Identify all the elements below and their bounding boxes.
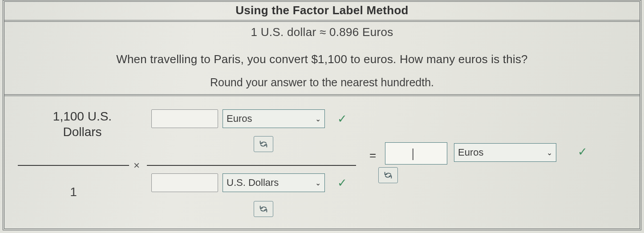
worksheet-frame: Using the Factor Label Method 1 U.S. dol… xyxy=(3,0,641,230)
rounding-instruction: Round your answer to the nearest hundred… xyxy=(4,76,640,89)
multiply-sign: × xyxy=(134,159,140,172)
answer-unit-select[interactable]: Euros ⌄ xyxy=(454,143,556,162)
retry-numerator-button[interactable] xyxy=(254,136,273,152)
conversion-numerator-unit-label: Euros xyxy=(227,113,252,125)
start-fraction-bar xyxy=(18,165,129,166)
start-num-line2: Dollars xyxy=(63,125,101,139)
conversion-numerator-unit-select[interactable]: Euros ⌄ xyxy=(223,109,325,128)
title: Using the Factor Label Method xyxy=(4,2,640,22)
conversion-denominator-row: U.S. Dollars ⌄ ✓ xyxy=(151,173,347,192)
retry-answer-button[interactable] xyxy=(378,167,398,183)
start-denominator: 1 xyxy=(18,185,129,199)
chevron-down-icon: ⌄ xyxy=(315,179,321,187)
conversion-denominator-unit-select[interactable]: U.S. Dollars ⌄ xyxy=(223,173,325,192)
question-text: When travelling to Paris, you convert $1… xyxy=(4,52,640,66)
conversion-numerator-input[interactable] xyxy=(151,109,218,128)
check-icon: ✓ xyxy=(337,176,347,190)
prompt-section: 1 U.S. dollar ≈ 0.896 Euros When travell… xyxy=(4,22,640,96)
work-area: 1,100 U.S. Dollars 1 × Euros ⌄ ✓ U.S. Do… xyxy=(4,96,640,225)
conversion-rate: 1 U.S. dollar ≈ 0.896 Euros xyxy=(4,25,640,39)
conversion-fraction-bar xyxy=(147,165,356,166)
conversion-denominator-unit-label: U.S. Dollars xyxy=(227,177,279,189)
conversion-denominator-input[interactable] xyxy=(151,173,218,192)
check-icon: ✓ xyxy=(337,112,347,126)
equals-sign: = xyxy=(369,149,376,162)
start-quantity: 1,100 U.S. Dollars xyxy=(36,108,129,140)
answer-unit-label: Euros xyxy=(458,147,483,158)
conversion-numerator-row: Euros ⌄ ✓ xyxy=(151,109,347,128)
start-num-line1: 1,100 U.S. xyxy=(53,109,112,123)
chevron-down-icon: ⌄ xyxy=(547,149,552,157)
retry-denominator-button[interactable] xyxy=(254,201,273,217)
chevron-down-icon: ⌄ xyxy=(315,115,321,123)
check-icon: ✓ xyxy=(578,145,587,159)
answer-input[interactable]: | xyxy=(385,142,447,165)
